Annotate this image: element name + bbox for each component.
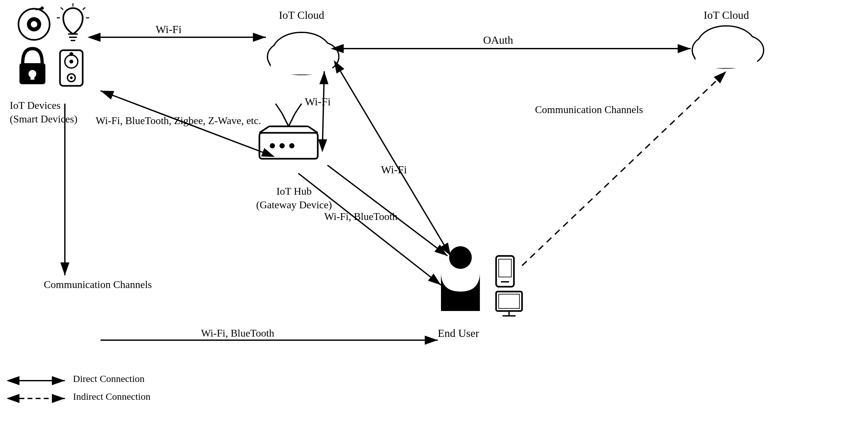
svg-point-49 bbox=[67, 74, 75, 81]
direct-connection-label: Direct Connection bbox=[73, 373, 145, 384]
svg-line-70 bbox=[522, 71, 726, 266]
svg-rect-46 bbox=[60, 50, 83, 86]
iot-cloud-left-label: IoT Cloud bbox=[279, 9, 324, 21]
svg-point-34 bbox=[40, 6, 44, 10]
wifi-bluetooth-zigbee-label: Wi-Fi, BlueTooth, Zigbee, Z-Wave, etc. bbox=[96, 113, 261, 128]
svg-line-21 bbox=[308, 126, 318, 133]
svg-point-51 bbox=[69, 52, 73, 56]
svg-rect-56 bbox=[496, 292, 522, 311]
svg-point-24 bbox=[279, 143, 285, 149]
svg-point-5 bbox=[303, 42, 339, 71]
svg-point-15 bbox=[698, 27, 755, 64]
comm-channels-right-label: Communication Channels bbox=[535, 104, 643, 116]
diagram: IoT Cloud IoT Cloud Wi-Fi OAuth IoT Devi… bbox=[0, 0, 868, 426]
wifi-hub-cloud-label: Wi-Fi bbox=[305, 96, 331, 108]
svg-point-8 bbox=[268, 43, 303, 71]
svg-point-23 bbox=[270, 143, 275, 149]
svg-rect-55 bbox=[499, 259, 512, 277]
svg-line-39 bbox=[61, 7, 63, 10]
svg-rect-43 bbox=[20, 63, 45, 84]
svg-point-17 bbox=[728, 36, 763, 64]
iot-cloud-right-label: IoT Cloud bbox=[704, 9, 749, 21]
svg-point-52 bbox=[449, 246, 472, 269]
svg-line-33 bbox=[36, 8, 42, 10]
svg-point-32 bbox=[31, 21, 37, 28]
svg-point-3 bbox=[272, 32, 331, 71]
wifi-bluetooth-bottom-label: Wi-Fi, BlueTooth bbox=[201, 327, 274, 339]
svg-rect-18 bbox=[695, 48, 757, 68]
svg-point-31 bbox=[27, 17, 41, 31]
svg-point-4 bbox=[268, 42, 303, 71]
svg-line-26 bbox=[282, 113, 288, 126]
wifi-hub-user-label: Wi-Fi bbox=[381, 164, 407, 176]
svg-rect-45 bbox=[30, 74, 34, 80]
svg-point-6 bbox=[269, 48, 334, 74]
svg-point-48 bbox=[69, 60, 73, 64]
svg-line-29 bbox=[295, 104, 302, 113]
svg-point-25 bbox=[289, 143, 294, 149]
svg-point-14 bbox=[694, 42, 759, 68]
svg-line-28 bbox=[288, 113, 295, 126]
wifi-top-label: Wi-Fi bbox=[156, 23, 182, 36]
svg-rect-19 bbox=[259, 133, 318, 159]
oauth-label: OAuth bbox=[483, 34, 513, 46]
svg-rect-53 bbox=[496, 256, 514, 287]
iot-hub-label: IoT Hub(Gateway Device) bbox=[256, 185, 332, 211]
end-user-label: End User bbox=[438, 327, 479, 339]
svg-point-50 bbox=[70, 76, 73, 79]
comm-channels-left-label: Communication Channels bbox=[44, 278, 152, 291]
svg-line-27 bbox=[276, 104, 282, 113]
svg-point-9 bbox=[304, 43, 338, 71]
svg-line-40 bbox=[83, 7, 85, 10]
svg-point-7 bbox=[273, 33, 330, 71]
svg-point-11 bbox=[697, 26, 755, 65]
svg-point-44 bbox=[29, 70, 36, 78]
svg-point-30 bbox=[19, 9, 50, 40]
svg-rect-10 bbox=[271, 55, 332, 74]
diagram-svg bbox=[0, 0, 868, 426]
svg-point-47 bbox=[65, 55, 78, 68]
svg-point-13 bbox=[728, 36, 764, 65]
wifi-bluetooth-user-hub-label: Wi-Fi, BlueTooth bbox=[324, 210, 398, 223]
svg-rect-57 bbox=[499, 294, 520, 308]
svg-point-16 bbox=[693, 36, 727, 64]
svg-point-12 bbox=[692, 36, 728, 65]
iot-devices-label: IoT Devices(Smart Devices) bbox=[10, 99, 78, 126]
indirect-connection-label: Indirect Connection bbox=[73, 391, 150, 402]
